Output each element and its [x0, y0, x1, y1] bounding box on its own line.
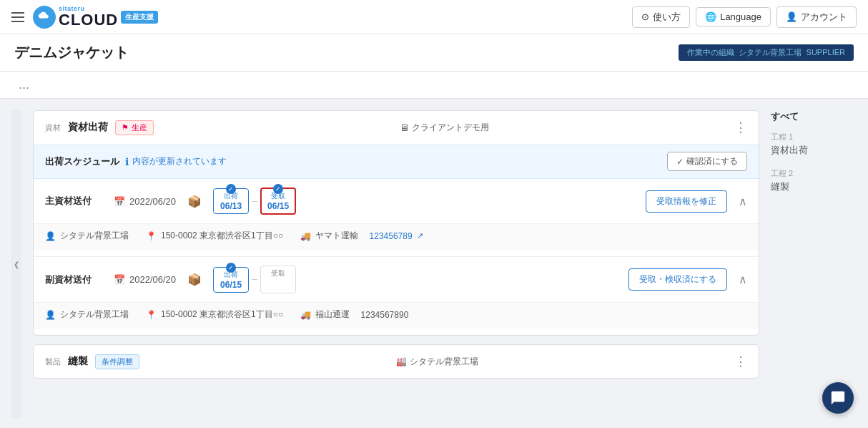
tracking-link[interactable]: 123456789	[370, 231, 413, 241]
supplier-name-2: 👤 シタテル背景工場	[45, 308, 129, 321]
shipment-sub-detail: 👤 シタテル背景工場 📍 150-0002 東京都渋谷区1丁目○○ 🚚 福山通運…	[34, 303, 759, 329]
client-label: クライアントデモ用	[412, 122, 489, 134]
card-materials-header: 資材 資材出荷 生産 🖥 クライアントデモ用 ⋮	[34, 111, 759, 145]
carrier-name-2: 福山通運	[315, 308, 350, 321]
client-badge: 🖥 クライアントデモ用	[400, 122, 489, 134]
box-icon: 📦	[187, 195, 202, 208]
sidebar-process2-label: 工程 2	[771, 168, 857, 179]
logo: sitateru CLOUD 生産支援	[33, 6, 158, 29]
step-receive-2-label: 受取	[271, 268, 285, 278]
step-connector2	[252, 279, 257, 280]
calendar-icon-2: 📅	[114, 274, 125, 285]
chat-button[interactable]	[822, 382, 854, 414]
supplier-address-2: 📍 150-0002 東京都渋谷区1丁目○○	[146, 308, 283, 321]
shipment-sub-date: 📅 2022/06/20	[114, 274, 176, 285]
account-icon: 👤	[786, 11, 797, 22]
language-button[interactable]: 🌐 Language	[696, 7, 771, 26]
sidebar-process2-name[interactable]: 縫製	[771, 180, 857, 193]
account-button[interactable]: 👤 アカウント	[776, 6, 857, 28]
account-label: アカウント	[801, 11, 847, 24]
toolbar-more-button[interactable]: ...	[14, 76, 34, 94]
supplier-address-text: 150-0002 東京都渋谷区1丁目○○	[161, 230, 283, 242]
language-label: Language	[720, 11, 761, 22]
step-shipout-2-date: 06/15	[220, 280, 242, 290]
location-icon: 📍	[146, 231, 157, 241]
shipment-sub: 副資材送付 📅 2022/06/20 📦 ✓ 出荷 06/15	[34, 256, 759, 335]
step-receive: ✓ 受取 06/15	[260, 188, 296, 215]
logo-cloud-text: CLOUD	[59, 12, 118, 28]
shipment-main-date: 📅 2022/06/20	[114, 196, 176, 207]
sidebar-all-label: すべて	[771, 110, 857, 123]
help-button[interactable]: ⊙ 使い方	[632, 6, 690, 28]
shipment-main-date-value: 2022/06/20	[129, 196, 176, 207]
sidebar-process1: 工程 1 資材出荷	[771, 132, 857, 157]
schedule-notice-text: 内容が更新されています	[132, 155, 227, 167]
steps-container-sub: ✓ 出荷 06/15 受取	[213, 266, 296, 293]
card2-more-button[interactable]: ⋮	[734, 354, 747, 369]
calendar-icon: 📅	[114, 196, 125, 207]
sidebar-process1-label: 工程 1	[771, 132, 857, 142]
supplier-address: 📍 150-0002 東京都渋谷区1丁目○○	[146, 230, 283, 242]
shipment-main-expand[interactable]: ∧	[739, 195, 747, 208]
sub-toolbar: ...	[0, 72, 868, 99]
person-icon-2: 👤	[45, 310, 56, 320]
header: sitateru CLOUD 生産支援 ⊙ 使い方 🌐 Language 👤 ア…	[0, 0, 868, 34]
supplier-name-text: シタテル背景工場	[60, 230, 129, 242]
org-label: 作業中の組織	[687, 48, 734, 57]
shipment-main-row: 主資材送付 📅 2022/06/20 📦 ✓ 出荷 06/13	[34, 179, 759, 224]
info-icon: ℹ	[125, 156, 129, 167]
panel-collapse-arrow[interactable]: ❮	[11, 110, 21, 418]
step-receive-check: ✓	[273, 184, 283, 194]
supplier-name-2-text: シタテル背景工場	[60, 308, 129, 321]
step-connector1	[252, 201, 257, 202]
card-sewing-title: 縫製	[68, 355, 88, 368]
box-icon-2: 📦	[187, 273, 202, 286]
supplier-name: 👤 シタテル背景工場	[45, 230, 129, 242]
step-shipout-2: ✓ 出荷 06/15	[213, 267, 249, 293]
step-receive-date: 06/15	[267, 201, 289, 211]
factory-icon: 🏭	[396, 356, 407, 366]
modify-receive-button[interactable]: 受取情報を修正	[646, 190, 727, 213]
language-icon: 🌐	[705, 11, 716, 22]
card-sewing: 製品 縫製 条件調整 🏭 シタテル背景工場 ⋮	[33, 344, 759, 379]
tracking-number-2: 1234567890	[361, 310, 409, 320]
sidebar-process1-name[interactable]: 資材出荷	[771, 144, 857, 157]
step-shipout-2-check: ✓	[226, 263, 236, 273]
org-badge: 作業中の組織 シタテル背景工場 SUPPLIER	[679, 44, 854, 61]
external-link-icon: ↗	[417, 231, 423, 240]
main-layout: ❮ 資材 資材出荷 生産 🖥 クライアントデモ用 ⋮ 出荷スケジュール ℹ	[0, 99, 868, 428]
shipment-sub-date-value: 2022/06/20	[129, 274, 176, 285]
badge-joken: 条件調整	[95, 354, 139, 369]
header-left: sitateru CLOUD 生産支援	[11, 6, 158, 29]
org-role: SUPPLIER	[807, 48, 845, 57]
sidebar-process2: 工程 2 縫製	[771, 168, 857, 193]
factory-label: シタテル背景工場	[410, 356, 478, 368]
hamburger-menu-icon[interactable]	[11, 12, 24, 22]
org-name: シタテル背景工場	[739, 48, 802, 57]
carrier-name: ヤマト運輸	[315, 230, 358, 242]
shipment-main-label: 主資材送付	[45, 195, 102, 208]
truck-icon: 🚚	[300, 231, 311, 241]
title-bar: デニムジャケット 作業中の組織 シタテル背景工場 SUPPLIER	[0, 34, 868, 72]
shipment-sub-row: 副資材送付 📅 2022/06/20 📦 ✓ 出荷 06/15	[34, 257, 759, 303]
confirm-button[interactable]: ✓ 確認済にする	[667, 152, 747, 171]
shipment-sub-expand[interactable]: ∧	[739, 273, 747, 286]
card-sewing-header: 製品 縫製 条件調整 🏭 シタテル背景工場 ⋮	[34, 345, 759, 378]
location-icon-2: 📍	[146, 310, 157, 320]
shipment-main-detail: 👤 シタテル背景工場 📍 150-0002 東京都渋谷区1丁目○○ 🚚 ヤマト運…	[34, 224, 759, 251]
carrier-info: 🚚 ヤマト運輸 123456789 ↗	[300, 230, 423, 242]
logo-badge: 生産支援	[121, 11, 158, 24]
step-shipout-check: ✓	[226, 184, 236, 194]
content-area: 資材 資材出荷 生産 🖥 クライアントデモ用 ⋮ 出荷スケジュール ℹ 内容が更…	[33, 110, 759, 418]
badge-seisan: 生産	[115, 120, 154, 135]
truck-icon-2: 🚚	[300, 310, 311, 320]
card-materials-title: 資材出荷	[68, 121, 108, 134]
confirm-label: 確認済にする	[686, 155, 738, 167]
receipt-button[interactable]: 受取・検収済にする	[628, 268, 727, 291]
sidebar: すべて 工程 1 資材出荷 工程 2 縫製	[771, 110, 857, 418]
card-materials: 資材 資材出荷 生産 🖥 クライアントデモ用 ⋮ 出荷スケジュール ℹ 内容が更…	[33, 110, 759, 336]
shipment-main: 主資材送付 📅 2022/06/20 📦 ✓ 出荷 06/13	[34, 179, 759, 256]
step-shipout: ✓ 出荷 06/13	[213, 188, 249, 214]
card1-more-button[interactable]: ⋮	[734, 120, 747, 135]
supplier-address-2-text: 150-0002 東京都渋谷区1丁目○○	[161, 308, 283, 321]
